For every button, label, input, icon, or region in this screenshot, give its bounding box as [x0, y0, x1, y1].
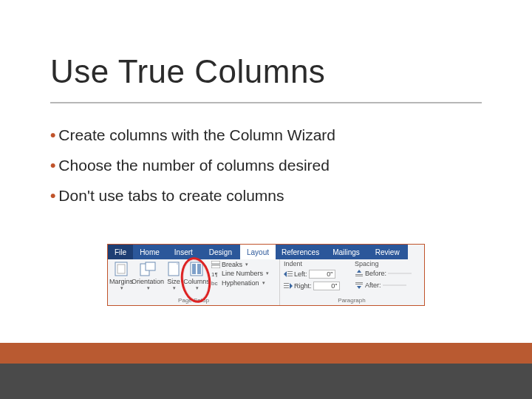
- svg-rect-15: [284, 283, 289, 284]
- paragraph-caption: Paragraph: [279, 297, 424, 304]
- bullet-item: •Create columns with the Column Wizard: [50, 126, 335, 144]
- svg-rect-6: [192, 264, 196, 274]
- tab-home[interactable]: Home: [133, 245, 166, 259]
- ribbon-body: Margins Orientation Size Columns: [108, 259, 424, 305]
- line-numbers-label: Line Numbers: [222, 270, 263, 277]
- group-paragraph: Indent Spacing Left: 0" Right: 0" Before…: [279, 259, 424, 305]
- breaks-button[interactable]: Breaks: [211, 261, 269, 268]
- bullet-list: •Create columns with the Column Wizard •…: [50, 126, 335, 217]
- spacing-after-input[interactable]: [383, 284, 406, 286]
- svg-rect-12: [287, 271, 293, 272]
- svg-rect-7: [197, 264, 201, 274]
- spacing-after-icon: [355, 282, 364, 289]
- columns-icon: [190, 262, 203, 276]
- bullet-text: Create columns with the Column Wizard: [58, 126, 335, 143]
- footer-bar: [0, 364, 532, 399]
- ribbon-tabs: File Home Insert Design Layout Reference…: [108, 245, 424, 259]
- columns-label: Columns: [183, 278, 210, 285]
- orientation-button[interactable]: Orientation: [133, 259, 163, 291]
- columns-button[interactable]: Columns: [184, 259, 209, 291]
- bullet-disc-icon: •: [50, 187, 55, 204]
- spacing-after-label: After:: [365, 282, 381, 289]
- svg-rect-3: [146, 262, 155, 270]
- svg-text:1¶: 1¶: [211, 271, 218, 278]
- margins-label: Margins: [109, 278, 133, 285]
- line-numbers-icon: 1¶: [211, 270, 220, 278]
- slide-title: Use True Columns: [50, 53, 325, 90]
- svg-rect-9: [211, 265, 220, 268]
- spacing-before-icon: [355, 270, 364, 277]
- svg-rect-13: [287, 273, 293, 274]
- indent-left-row: Left: 0": [284, 270, 335, 279]
- bullet-text: Choose the number of columns desired: [58, 157, 330, 174]
- margins-icon: [115, 262, 128, 276]
- bullet-text: Don't use tabs to create columns: [58, 187, 284, 204]
- footer-accent-bar: [0, 343, 532, 364]
- tab-design[interactable]: Design: [201, 245, 240, 259]
- orientation-label: Orientation: [132, 278, 164, 285]
- indent-heading: Indent: [284, 260, 302, 267]
- page-setup-caption: Page Setup: [108, 297, 279, 304]
- svg-rect-16: [284, 285, 289, 286]
- title-underline: [50, 102, 482, 103]
- size-label: Size: [167, 278, 180, 285]
- word-ribbon-screenshot: File Home Insert Design Layout Reference…: [107, 244, 425, 306]
- indent-left-icon: [284, 270, 293, 278]
- hyphenation-icon: bc: [211, 279, 220, 287]
- hyphenation-button[interactable]: bc Hyphenation: [211, 279, 269, 287]
- tab-insert[interactable]: Insert: [166, 245, 201, 259]
- line-numbers-button[interactable]: 1¶ Line Numbers: [211, 270, 269, 277]
- spacing-heading: Spacing: [355, 260, 379, 267]
- svg-rect-14: [287, 276, 293, 276]
- indent-left-input[interactable]: 0": [309, 270, 335, 279]
- svg-rect-17: [284, 287, 289, 288]
- spacing-before-row: Before:: [355, 270, 412, 277]
- svg-rect-18: [355, 274, 363, 275]
- tab-review[interactable]: Review: [367, 245, 408, 259]
- svg-rect-19: [355, 276, 363, 276]
- slide: Use True Columns •Create columns with th…: [0, 0, 532, 399]
- tab-mailings[interactable]: Mailings: [325, 245, 367, 259]
- size-button[interactable]: Size: [164, 259, 183, 291]
- svg-text:bc: bc: [211, 280, 217, 287]
- tab-layout[interactable]: Layout: [240, 245, 276, 259]
- indent-right-row: Right: 0": [284, 282, 340, 290]
- indent-right-label: Right:: [294, 282, 312, 290]
- breaks-label: Breaks: [222, 261, 242, 268]
- margins-button[interactable]: Margins: [110, 259, 132, 291]
- indent-right-icon: [284, 282, 293, 290]
- size-icon: [168, 262, 180, 276]
- svg-rect-8: [211, 261, 220, 264]
- indent-right-input[interactable]: 0": [313, 282, 340, 290]
- bullet-disc-icon: •: [50, 126, 55, 143]
- group-page-setup: Margins Orientation Size Columns: [108, 259, 280, 305]
- svg-rect-21: [355, 284, 363, 284]
- spacing-before-label: Before:: [365, 270, 386, 277]
- svg-rect-20: [355, 282, 363, 283]
- breaks-icon: [211, 261, 220, 268]
- indent-left-label: Left:: [294, 270, 307, 278]
- orientation-icon: [140, 262, 156, 276]
- spacing-after-row: After:: [355, 282, 406, 289]
- tab-file[interactable]: File: [108, 245, 133, 259]
- bullet-disc-icon: •: [50, 157, 55, 174]
- bullet-item: •Don't use tabs to create columns: [50, 186, 335, 205]
- tab-references[interactable]: References: [276, 245, 325, 259]
- spacing-before-input[interactable]: [388, 273, 412, 274]
- hyphenation-label: Hyphenation: [222, 279, 259, 287]
- bullet-item: •Choose the number of columns desired: [50, 156, 335, 174]
